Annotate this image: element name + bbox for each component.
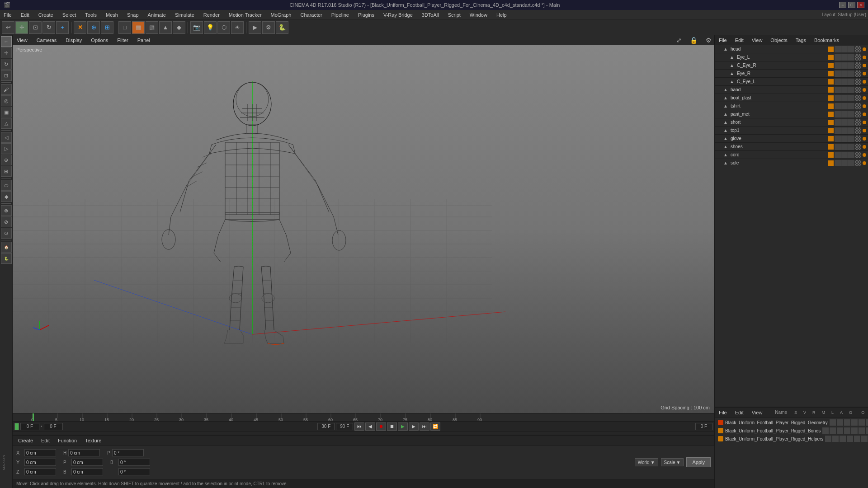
object-icon-v[interactable] xyxy=(841,62,848,69)
y-size-field[interactable] xyxy=(71,459,103,466)
object-icon-v[interactable] xyxy=(841,46,848,52)
om-tab-tags[interactable]: Tags xyxy=(794,37,808,44)
menu-tools[interactable]: Tools xyxy=(83,11,99,19)
x-rot-field[interactable] xyxy=(112,449,144,456)
bom-icon-1[interactable] xyxy=(837,419,843,426)
object-list-item[interactable]: ▲top1 xyxy=(715,127,868,135)
bom-icon-2[interactable] xyxy=(840,436,846,442)
object-icon-s[interactable] xyxy=(835,103,841,109)
object-icon-v[interactable] xyxy=(841,136,848,142)
snap-sidetool[interactable]: ⬭ xyxy=(1,180,12,191)
bridge-sidetool[interactable]: ⊞ xyxy=(1,166,12,177)
object-icon-r[interactable] xyxy=(848,54,854,61)
menu-script[interactable]: Script xyxy=(446,11,462,19)
poly-select-button[interactable]: ⊕ xyxy=(87,21,100,34)
object-icon-v[interactable] xyxy=(841,127,848,134)
menu-snap[interactable]: Snap xyxy=(125,11,141,19)
x-size-field[interactable] xyxy=(68,449,100,456)
menu-help[interactable]: Help xyxy=(495,11,509,19)
tab-create[interactable]: Create xyxy=(14,437,37,444)
apply-button[interactable]: Apply xyxy=(686,457,711,467)
om-tab-edit[interactable]: Edit xyxy=(733,37,745,44)
loop-sidetool[interactable]: ⊕ xyxy=(1,155,12,165)
object-icon-s[interactable] xyxy=(835,62,841,69)
object-texture-icon[interactable] xyxy=(855,160,861,166)
viewport-lock-icon[interactable]: 🔒 xyxy=(690,37,698,44)
object-icon-s[interactable] xyxy=(835,87,841,93)
object-icon-v[interactable] xyxy=(841,70,848,77)
menu-mograph[interactable]: MoGraph xyxy=(269,11,293,19)
object-texture-icon[interactable] xyxy=(855,46,861,52)
close-button[interactable]: × xyxy=(857,2,864,8)
object-icon-s[interactable] xyxy=(835,127,841,134)
object-icon-s[interactable] xyxy=(835,46,841,52)
scale-sidetool[interactable]: ⊡ xyxy=(1,70,12,81)
playhead-pos-field[interactable] xyxy=(695,423,712,430)
object-icon-v[interactable] xyxy=(841,54,848,61)
bom-icon-4[interactable] xyxy=(859,419,865,426)
object-icon-r[interactable] xyxy=(848,103,854,109)
object-list-item[interactable]: ▲C_Eye_R xyxy=(715,61,868,70)
play-button[interactable]: ▶ xyxy=(398,422,408,431)
object-icon-r[interactable] xyxy=(848,160,854,166)
floor-btn[interactable]: ⬡ xyxy=(217,21,230,34)
object-texture-icon[interactable] xyxy=(855,144,861,150)
viewport-menu-panel[interactable]: Panel xyxy=(136,37,151,44)
tab-edit[interactable]: Edit xyxy=(38,437,53,444)
object-list-item[interactable]: ▲C_Eye_L xyxy=(715,78,868,86)
object-list-item[interactable]: ▲hand xyxy=(715,86,868,94)
go-start-button[interactable]: ⏮ xyxy=(354,422,364,431)
z-pos-field[interactable] xyxy=(24,468,56,475)
floor-sidetool[interactable]: 🏠 xyxy=(1,242,12,253)
object-icon-r[interactable] xyxy=(848,46,854,52)
object-icon-v[interactable] xyxy=(841,119,848,126)
menu-motiontracker[interactable]: Motion Tracker xyxy=(227,11,264,19)
menu-select[interactable]: Select xyxy=(61,11,78,19)
x-pos-field[interactable] xyxy=(24,449,56,456)
next-frame-button[interactable]: ▶ xyxy=(409,422,419,431)
loop-button[interactable]: 🔁 xyxy=(430,422,440,431)
object-icon-s[interactable] xyxy=(835,70,841,77)
end-frame-field[interactable] xyxy=(336,423,353,430)
object-icon-v[interactable] xyxy=(841,79,848,85)
cube-button[interactable]: □ xyxy=(118,21,131,34)
menu-window[interactable]: Window xyxy=(468,11,489,19)
menu-render[interactable]: Render xyxy=(202,11,222,19)
object-icon-r[interactable] xyxy=(848,70,854,77)
sphere-button[interactable]: ▦ xyxy=(132,21,145,34)
viewport-canvas[interactable]: Perspective Grid Spacing : 100 cm xyxy=(13,45,714,413)
bom-icon-0[interactable] xyxy=(822,427,829,434)
object-list-item[interactable]: ▲tshirt xyxy=(715,102,868,110)
object-icon-r[interactable] xyxy=(848,136,854,142)
object-icon-s[interactable] xyxy=(835,119,841,126)
render-btn[interactable]: ▶ xyxy=(249,21,261,34)
uvw-sidetool[interactable]: ⊙ xyxy=(1,228,12,239)
rotate-sidetool[interactable]: ↻ xyxy=(1,59,12,70)
obj-select-button[interactable]: ✕ xyxy=(74,21,86,34)
object-icon-r[interactable] xyxy=(848,119,854,126)
bom-icon-3[interactable] xyxy=(851,419,858,426)
move-sidetool[interactable]: ↔ xyxy=(1,36,12,47)
object-icon-v[interactable] xyxy=(841,111,848,117)
menu-file[interactable]: File xyxy=(2,11,14,19)
object-icon-v[interactable] xyxy=(841,144,848,150)
bom-icon-0[interactable] xyxy=(830,419,836,426)
object-icon-r[interactable] xyxy=(848,79,854,85)
bom-icon-1[interactable] xyxy=(832,436,839,442)
object-icon-r[interactable] xyxy=(848,87,854,93)
prev-frame-button[interactable]: ◀ xyxy=(365,422,375,431)
object-texture-icon[interactable] xyxy=(855,87,861,93)
python-btn[interactable]: 🐍 xyxy=(276,21,288,34)
object-icon-s[interactable] xyxy=(835,95,841,101)
object-list-item[interactable]: ▲sole xyxy=(715,159,868,167)
edge-sidetool[interactable]: ▣ xyxy=(1,107,12,117)
bom-icon-3[interactable] xyxy=(844,427,850,434)
om-tab-file[interactable]: File xyxy=(717,37,729,44)
object-texture-icon[interactable] xyxy=(855,136,861,142)
knife-sidetool[interactable]: ◁ xyxy=(1,132,12,143)
object-list-item[interactable]: ▲Eye_L xyxy=(715,53,868,61)
object-icon-s[interactable] xyxy=(835,144,841,150)
bottom-object-item[interactable]: Black_Uniform_Football_Player_Rigged_Bon… xyxy=(717,427,866,435)
bom-icon-5[interactable] xyxy=(866,419,868,426)
menu-mesh[interactable]: Mesh xyxy=(104,11,120,19)
